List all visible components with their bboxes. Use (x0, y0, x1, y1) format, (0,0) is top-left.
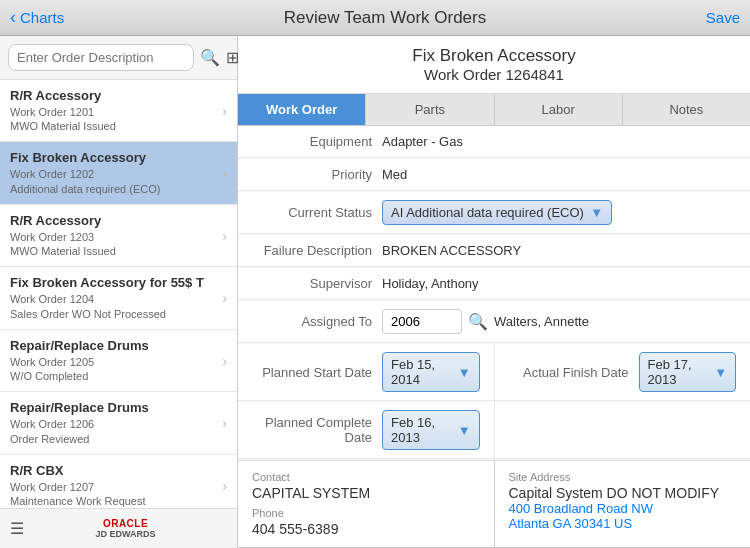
list-item-content: Fix Broken Accessory Work Order 1202 Add… (10, 150, 222, 195)
list-item-sub1: Work Order 1206 (10, 417, 222, 431)
search-icon[interactable]: 🔍 (200, 48, 220, 67)
list-item-title: Fix Broken Accessory for 55$ T (10, 275, 222, 292)
planned-start-value: Feb 15, 2014 (391, 357, 452, 387)
list-chevron-icon: › (222, 415, 227, 431)
contact-value: CAPITAL SYSTEM (252, 485, 480, 501)
list-item-title: Fix Broken Accessory (10, 150, 222, 167)
list-item[interactable]: Repair/Replace Drums Work Order 1206 Ord… (0, 392, 237, 454)
tab-notes[interactable]: Notes (623, 94, 750, 125)
list-item-sub1: Work Order 1201 (10, 105, 222, 119)
empty-date-cell (495, 402, 751, 458)
assigned-input[interactable] (382, 309, 462, 334)
detail-subtitle: Work Order 1264841 (248, 66, 740, 83)
tab-parts[interactable]: Parts (366, 94, 494, 125)
dates-row-2: Planned Complete Date Feb 16, 2013 ▼ (238, 402, 750, 459)
site-line1: Capital System DO NOT MODIFY (509, 485, 737, 501)
planned-complete-value: Feb 16, 2013 (391, 415, 452, 445)
contact-label: Contact (252, 471, 480, 483)
list-chevron-icon: › (222, 165, 227, 181)
list-item[interactable]: R/R CBX Work Order 1207 Maintenance Work… (0, 455, 237, 508)
tab-bar: Work OrderPartsLaborNotes (238, 94, 750, 126)
list-item-sub2: MWO Material Issued (10, 244, 222, 258)
list-item[interactable]: Repair/Replace Drums Work Order 1205 W/O… (0, 330, 237, 392)
assigned-label: Assigned To (252, 314, 382, 329)
list-item-title: Repair/Replace Drums (10, 400, 222, 417)
actual-finish-cell: Actual Finish Date Feb 17, 2013 ▼ (495, 344, 751, 400)
work-order-list: R/R Accessory Work Order 1201 MWO Materi… (0, 80, 237, 508)
search-bar: 🔍 ⊞ (0, 36, 237, 80)
list-item-content: R/R Accessory Work Order 1203 MWO Materi… (10, 213, 222, 258)
back-label: Charts (20, 9, 64, 26)
oracle-brand: ORACLE (24, 518, 227, 529)
actual-finish-picker[interactable]: Feb 17, 2013 ▼ (639, 352, 737, 392)
planned-complete-picker[interactable]: Feb 16, 2013 ▼ (382, 410, 480, 450)
site-section: Site Address Capital System DO NOT MODIF… (495, 461, 751, 547)
bottom-section: Contact CAPITAL SYSTEM Phone 404 555-638… (238, 460, 750, 547)
status-select[interactable]: AI Additional data required (ECO) ▼ (382, 200, 612, 225)
main-layout: 🔍 ⊞ R/R Accessory Work Order 1201 MWO Ma… (0, 36, 750, 548)
list-item-title: Repair/Replace Drums (10, 338, 222, 355)
failure-value: BROKEN ACCESSORY (382, 243, 736, 258)
list-chevron-icon: › (222, 103, 227, 119)
menu-icon[interactable]: ☰ (10, 519, 24, 538)
planned-start-picker[interactable]: Feb 15, 2014 ▼ (382, 352, 480, 392)
assigned-row: Assigned To 🔍 Walters, Annette (238, 301, 750, 343)
site-label: Site Address (509, 471, 737, 483)
list-item[interactable]: Fix Broken Accessory Work Order 1202 Add… (0, 142, 237, 204)
actual-finish-label: Actual Finish Date (509, 365, 639, 380)
actual-finish-value: Feb 17, 2013 (648, 357, 709, 387)
list-item-title: R/R Accessory (10, 213, 222, 230)
list-item-sub1: Work Order 1205 (10, 355, 222, 369)
list-item-sub2: W/O Completed (10, 369, 222, 383)
detail-title: Fix Broken Accessory (248, 46, 740, 66)
status-label: Current Status (252, 205, 382, 220)
phone-label: Phone (252, 507, 480, 519)
planned-start-arrow: ▼ (458, 365, 471, 380)
detail-content: Equipment Adapter - Gas Priority Med Cur… (238, 126, 750, 548)
list-item[interactable]: R/R Accessory Work Order 1203 MWO Materi… (0, 205, 237, 267)
list-item-sub1: Work Order 1204 (10, 292, 222, 306)
list-item-sub2: Order Reviewed (10, 432, 222, 446)
site-line2[interactable]: 400 Broadland Road NW (509, 501, 737, 516)
list-item[interactable]: Fix Broken Accessory for 55$ T Work Orde… (0, 267, 237, 329)
site-line3[interactable]: Atlanta GA 30341 US (509, 516, 737, 531)
list-item-title: R/R Accessory (10, 88, 222, 105)
status-dropdown-icon: ▼ (590, 205, 603, 220)
priority-row: Priority Med (238, 159, 750, 191)
equipment-row: Equipment Adapter - Gas (238, 126, 750, 158)
list-item-sub2: MWO Material Issued (10, 119, 222, 133)
list-item-content: R/R CBX Work Order 1207 Maintenance Work… (10, 463, 222, 508)
list-chevron-icon: › (222, 290, 227, 306)
dates-row-1: Planned Start Date Feb 15, 2014 ▼ Actual… (238, 344, 750, 401)
list-item-content: Fix Broken Accessory for 55$ T Work Orde… (10, 275, 222, 320)
search-input[interactable] (8, 44, 194, 71)
save-button[interactable]: Save (706, 9, 740, 26)
list-item-sub2: Maintenance Work Request (10, 494, 222, 508)
actual-finish-arrow: ▼ (714, 365, 727, 380)
right-panel: Fix Broken Accessory Work Order 1264841 … (238, 36, 750, 548)
contact-section: Contact CAPITAL SYSTEM Phone 404 555-638… (238, 461, 495, 547)
priority-label: Priority (252, 167, 382, 182)
list-item-sub1: Work Order 1202 (10, 167, 222, 181)
supervisor-label: Supervisor (252, 276, 382, 291)
assigned-name: Walters, Annette (494, 314, 589, 329)
planned-start-label: Planned Start Date (252, 365, 382, 380)
list-item-title: R/R CBX (10, 463, 222, 480)
priority-value: Med (382, 167, 736, 182)
list-item[interactable]: R/R Accessory Work Order 1201 MWO Materi… (0, 80, 237, 142)
equipment-label: Equipment (252, 134, 382, 149)
list-chevron-icon: › (222, 478, 227, 494)
list-item-content: Repair/Replace Drums Work Order 1205 W/O… (10, 338, 222, 383)
oracle-footer: ORACLE JD EDWARDS (24, 518, 227, 539)
list-item-sub1: Work Order 1203 (10, 230, 222, 244)
back-chevron-icon: ‹ (10, 7, 16, 28)
tab-work-order[interactable]: Work Order (238, 94, 366, 125)
supervisor-row: Supervisor Holiday, Anthony (238, 268, 750, 300)
tab-labor[interactable]: Labor (495, 94, 623, 125)
planned-complete-arrow: ▼ (458, 423, 471, 438)
back-button[interactable]: ‹ Charts (10, 7, 64, 28)
failure-label: Failure Description (252, 243, 382, 258)
header-title: Review Team Work Orders (284, 8, 486, 28)
assigned-search-icon[interactable]: 🔍 (468, 312, 488, 331)
list-chevron-icon: › (222, 228, 227, 244)
